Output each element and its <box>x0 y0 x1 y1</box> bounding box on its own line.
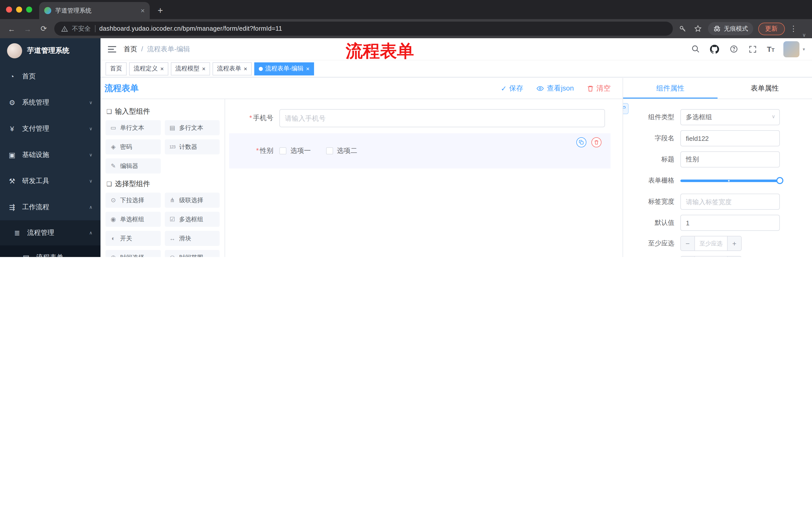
gender-field-selected[interactable]: *性别 选项一 选项二 <box>229 133 610 168</box>
minimize-window-button[interactable] <box>16 6 22 12</box>
update-button[interactable]: 更新 <box>758 22 785 35</box>
slider-track[interactable] <box>680 179 780 182</box>
sidebar-item-payment-management[interactable]: ¥ 支付管理 ∨ <box>0 116 100 142</box>
font-size-icon[interactable]: TT <box>767 45 775 53</box>
palette-item-editor[interactable]: ✎编辑器 <box>106 158 161 173</box>
zoom-window-button[interactable] <box>26 6 32 12</box>
component-group-icon: ❑ <box>107 181 112 188</box>
new-tab-button[interactable]: + <box>153 3 168 18</box>
copy-component-button[interactable] <box>576 137 586 147</box>
default-value-row: 默认值 <box>623 215 812 231</box>
palette-item-radio-group[interactable]: ◉单选框组 <box>106 212 161 227</box>
phone-input[interactable] <box>279 109 605 127</box>
sidebar-toggle-icon[interactable] <box>100 45 124 53</box>
tag-home[interactable]: 首页 <box>106 62 127 75</box>
tab-form-props[interactable]: 表单属性 <box>718 78 812 99</box>
increase-button[interactable]: + <box>727 256 741 257</box>
palette-item-dropdown-select[interactable]: ⊙下拉选择 <box>106 193 161 208</box>
label-width-input[interactable] <box>680 194 780 210</box>
sidebar-item-home[interactable]: ◔ 首页 <box>0 63 100 89</box>
palette-item-slider[interactable]: ↔滑块 <box>165 231 220 246</box>
palette-item-single-line-text[interactable]: ▭单行文本 <box>106 120 161 135</box>
properties-panel: 组件属性 表单属性 组件类型 ∨ 字段名 <box>623 78 812 257</box>
password-key-icon[interactable] <box>677 24 688 34</box>
select-icon: ⊙ <box>110 197 117 204</box>
fullscreen-icon[interactable] <box>748 44 758 54</box>
link-badge[interactable] <box>623 103 629 114</box>
bookmark-star-icon[interactable] <box>693 24 703 34</box>
sidebar-item-system-management[interactable]: ⚙ 系统管理 ∨ <box>0 89 100 116</box>
slider-handle[interactable] <box>776 177 783 184</box>
checkbox-option-2[interactable]: 选项二 <box>326 146 357 155</box>
checkbox-option-1[interactable]: 选项一 <box>279 146 311 155</box>
user-avatar[interactable] <box>784 41 800 57</box>
default-value-input[interactable] <box>680 215 780 231</box>
sidebar-item-workflow[interactable]: ⇶ 工作流程 ∧ <box>0 194 100 220</box>
tag-close-icon[interactable]: × <box>160 65 164 72</box>
palette-item-multi-line-text[interactable]: ▤多行文本 <box>165 120 220 135</box>
tab-component-props[interactable]: 组件属性 <box>623 78 718 99</box>
palette-item-time-picker[interactable]: ◷时间选择 <box>106 250 161 257</box>
palette-item-checkbox-group[interactable]: ☑多选框组 <box>165 212 220 227</box>
phone-field[interactable]: *手机号 <box>229 109 622 127</box>
tag-close-icon[interactable]: × <box>244 65 247 72</box>
designer-header: 流程表单 ✓ 保存 查看json <box>100 78 622 99</box>
tag-process-form[interactable]: 流程表单 × <box>212 62 252 75</box>
palette-item-cascader[interactable]: ⋔级联选择 <box>165 193 220 208</box>
checkbox-icon[interactable] <box>279 147 286 154</box>
tag-process-form-edit[interactable]: 流程表单-编辑 × <box>254 62 314 75</box>
clock-range-icon: ◶ <box>169 254 176 257</box>
textarea-icon: ▤ <box>169 124 176 131</box>
checkbox-icon[interactable] <box>326 147 333 154</box>
delete-component-button[interactable] <box>591 137 602 147</box>
tag-process-model[interactable]: 流程模型 × <box>171 62 210 75</box>
browser-tab[interactable]: 芋道管理系统 × <box>39 2 150 19</box>
sidebar-item-process-management[interactable]: ≣ 流程管理 ∧ <box>0 220 100 245</box>
github-icon[interactable] <box>709 44 720 54</box>
group-input-components: ❑ 输入型组件 <box>107 107 219 116</box>
designer-body: ❑ 输入型组件 ▭单行文本 ▤多行文本 ◈密码 123计数器 ✎编辑器 ❑ 选择… <box>100 99 622 257</box>
browser-menu-icon[interactable]: ⋮ <box>790 24 797 33</box>
close-window-button[interactable] <box>6 6 12 12</box>
help-icon[interactable] <box>729 44 738 54</box>
palette-item-password[interactable]: ◈密码 <box>106 139 161 154</box>
view-json-button[interactable]: 查看json <box>536 84 574 93</box>
save-button[interactable]: ✓ 保存 <box>501 84 523 93</box>
browser-tab-strip: 芋道管理系统 × + <box>0 0 812 19</box>
designer-left-column: 流程表单 ✓ 保存 查看json <box>100 78 623 257</box>
decrease-button[interactable]: − <box>681 236 695 250</box>
sidebar-item-dev-tools[interactable]: ⚒ 研发工具 ∨ <box>0 168 100 194</box>
tag-process-definition[interactable]: 流程定义 × <box>129 62 168 75</box>
decrease-button[interactable]: − <box>681 256 695 257</box>
field-name-input[interactable] <box>680 130 780 146</box>
chevron-down-icon: ∨ <box>89 100 92 105</box>
sidebar-item-infrastructure[interactable]: ▣ 基础设施 ∨ <box>0 142 100 168</box>
security-label[interactable]: 不安全 <box>72 24 91 33</box>
palette-item-switch[interactable]: ◐开关 <box>106 231 161 246</box>
grid-slider[interactable] <box>680 172 780 189</box>
title-row: 标题 <box>623 152 812 167</box>
eye-icon <box>536 85 545 92</box>
back-button[interactable]: ← <box>6 24 17 33</box>
clear-button[interactable]: 清空 <box>587 84 610 93</box>
increase-button[interactable]: + <box>727 236 741 250</box>
title-input[interactable] <box>680 152 780 167</box>
address-bar[interactable]: 不安全 dashboard.yudao.iocoder.cn/bpm/manag… <box>54 22 672 36</box>
reload-button[interactable]: ⟳ <box>38 24 49 33</box>
toolbar-chevron-icon[interactable]: ∨ <box>802 32 806 38</box>
sidebar-item-process-form[interactable]: ▤ 流程表单 <box>0 245 100 257</box>
app-logo[interactable]: 芋道管理系统 <box>0 38 100 63</box>
tab-close-icon[interactable]: × <box>141 6 145 15</box>
palette-item-counter[interactable]: 123计数器 <box>165 139 220 154</box>
search-icon[interactable] <box>690 44 700 54</box>
palette-item-time-range[interactable]: ◶时间范围 <box>165 250 220 257</box>
max-select-value[interactable]: 最多可选 <box>695 256 727 257</box>
min-select-value[interactable]: 至少应选 <box>695 236 727 250</box>
breadcrumb-home[interactable]: 首页 <box>124 45 137 54</box>
url-divider <box>95 25 95 32</box>
forward-button[interactable]: → <box>22 24 33 33</box>
url-text[interactable]: dashboard.yudao.iocoder.cn/bpm/manager/f… <box>99 25 282 32</box>
tag-close-icon[interactable]: × <box>202 65 205 72</box>
component-type-select[interactable] <box>680 109 780 125</box>
tag-close-icon[interactable]: × <box>306 65 310 72</box>
